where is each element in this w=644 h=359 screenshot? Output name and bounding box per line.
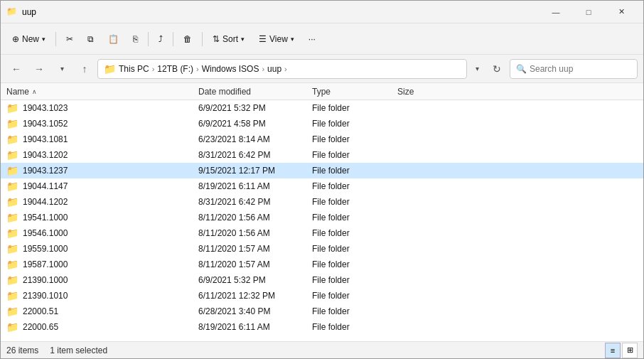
row-name: 📁 19043.1202 [1, 150, 193, 160]
file-list-header: Name ∧ Date modified Type Size [1, 83, 643, 100]
up-button[interactable]: ↑ [75, 59, 95, 79]
row-type: File folder [306, 259, 392, 269]
row-date: 8/11/2020 1:57 AM [193, 244, 306, 254]
row-type: File folder [306, 119, 392, 129]
folder-icon: 📁 [6, 275, 18, 285]
folder-icon: 📁 [6, 119, 18, 129]
more-icon: ··· [308, 34, 316, 44]
row-date: 8/11/2020 1:56 AM [193, 213, 306, 223]
folder-icon: 📁 [6, 166, 18, 176]
maximize-button[interactable]: □ [572, 1, 605, 23]
crumb-isos[interactable]: Windows ISOS [202, 64, 259, 74]
file-list[interactable]: Name ∧ Date modified Type Size 📁 19043.1… [1, 83, 643, 341]
cut-button[interactable]: ✂ [60, 27, 79, 51]
status-bar: 26 items 1 item selected ≡ ⊞ [1, 341, 643, 358]
folder-icon: 📁 [6, 213, 18, 223]
search-input[interactable] [530, 64, 631, 74]
row-type: File folder [306, 166, 392, 176]
crumb-uup[interactable]: uup [267, 64, 281, 74]
table-row[interactable]: 📁 22000.65 8/19/2021 6:11 AM File folder [1, 319, 643, 335]
copy-button[interactable]: ⧉ [82, 27, 100, 51]
title-bar: 📁 uup — □ ✕ [1, 1, 643, 23]
table-row[interactable]: 📁 21390.1010 6/11/2021 12:32 PM File fol… [1, 288, 643, 304]
row-type: File folder [306, 134, 392, 144]
row-type: File folder [306, 150, 392, 160]
forward-button[interactable]: → [29, 59, 49, 79]
crumb-this-pc[interactable]: This PC [119, 64, 149, 74]
view-icon: ☰ [259, 34, 267, 44]
paste-button[interactable]: 📋 [102, 27, 124, 51]
col-header-type[interactable]: Type [306, 87, 392, 97]
address-dropdown-button[interactable]: ▾ [470, 59, 484, 79]
folder-icon: 📁 [6, 150, 18, 160]
row-date: 8/11/2020 1:57 AM [193, 259, 306, 269]
col-header-name[interactable]: Name ∧ [1, 87, 193, 97]
table-row[interactable]: 📁 19043.1081 6/23/2021 8:14 AM File fold… [1, 132, 643, 147]
row-name: 📁 19541.1000 [1, 213, 193, 223]
sep-4: › [284, 65, 287, 73]
table-row[interactable]: 📁 19043.1023 6/9/2021 5:32 PM File folde… [1, 100, 643, 116]
status-right: ≡ ⊞ [605, 343, 638, 358]
table-row[interactable]: 📁 19043.1237 9/15/2021 12:17 PM File fol… [1, 163, 643, 178]
row-type: File folder [306, 291, 392, 301]
row-type: File folder [306, 275, 392, 285]
minimize-button[interactable]: — [540, 1, 572, 23]
back-button[interactable]: ← [6, 59, 26, 79]
delete-icon: 🗑 [183, 34, 192, 44]
new-button[interactable]: ⊕ New ▾ [6, 27, 51, 51]
table-row[interactable]: 📁 19587.1000 8/11/2020 1:57 AM File fold… [1, 257, 643, 272]
row-type: File folder [306, 228, 392, 238]
table-row[interactable]: 📁 19044.1202 8/31/2021 6:42 PM File fold… [1, 194, 643, 210]
sort-icon: ⇅ [213, 34, 220, 44]
sort-chevron: ▾ [241, 36, 245, 43]
details-view-button[interactable]: ≡ [605, 343, 621, 358]
folder-icon: 📁 [6, 181, 18, 191]
refresh-button[interactable]: ↻ [487, 59, 507, 79]
sort-button[interactable]: ⇅ Sort ▾ [207, 27, 250, 51]
selection-status: 1 item selected [50, 345, 107, 355]
col-header-date[interactable]: Date modified [193, 87, 306, 97]
table-row[interactable]: 📁 19559.1000 8/11/2020 1:57 AM File fold… [1, 241, 643, 257]
row-name: 📁 19546.1000 [1, 228, 193, 238]
recent-locations-button[interactable]: ▾ [52, 59, 72, 79]
sep-3: › [262, 65, 264, 73]
new-label: New [22, 34, 39, 44]
table-row[interactable]: 📁 19546.1000 8/11/2020 1:56 AM File fold… [1, 225, 643, 241]
row-date: 6/9/2021 5:32 PM [193, 275, 306, 285]
row-date: 8/11/2020 1:56 AM [193, 228, 306, 238]
table-row[interactable]: 📁 19044.1147 8/19/2021 6:11 AM File fold… [1, 178, 643, 194]
view-button[interactable]: ☰ View ▾ [253, 27, 300, 51]
rename-button[interactable]: ⎘ [127, 27, 144, 51]
tiles-view-button[interactable]: ⊞ [622, 343, 638, 358]
crumb-drive[interactable]: 12TB (F:) [157, 64, 193, 74]
search-icon: 🔍 [516, 64, 527, 74]
search-box[interactable]: 🔍 [510, 59, 638, 79]
row-type: File folder [306, 103, 392, 113]
view-label: View [269, 34, 288, 44]
row-date: 6/23/2021 8:14 AM [193, 134, 306, 144]
table-row[interactable]: 📁 21390.1000 6/9/2021 5:32 PM File folde… [1, 272, 643, 288]
table-row[interactable]: 📁 19541.1000 8/11/2020 1:56 AM File fold… [1, 210, 643, 225]
row-type: File folder [306, 197, 392, 207]
table-row[interactable]: 📁 19043.1202 8/31/2021 6:42 PM File fold… [1, 147, 643, 163]
share-icon: ⤴ [159, 34, 163, 44]
table-row[interactable]: 📁 19043.1052 6/9/2021 4:58 PM File folde… [1, 116, 643, 132]
new-chevron: ▾ [42, 36, 45, 43]
row-type: File folder [306, 244, 392, 254]
table-row[interactable]: 📁 22000.51 6/28/2021 3:40 PM File folder [1, 304, 643, 319]
row-date: 9/15/2021 12:17 PM [193, 166, 306, 176]
row-type: File folder [306, 181, 392, 191]
row-name: 📁 19559.1000 [1, 244, 193, 254]
col-header-size[interactable]: Size [392, 87, 449, 97]
sort-indicator: ∧ [32, 88, 37, 95]
close-button[interactable]: ✕ [605, 1, 638, 23]
row-date: 6/9/2021 4:58 PM [193, 119, 306, 129]
folder-icon: 📁 [6, 259, 18, 269]
more-button[interactable]: ··· [303, 27, 321, 51]
address-path[interactable]: 📁 This PC › 12TB (F:) › Windows ISOS › u… [97, 59, 467, 79]
share-button[interactable]: ⤴ [153, 27, 168, 51]
toolbar-sep-3 [173, 32, 173, 46]
toolbar-sep-1 [55, 32, 56, 46]
window-icon: 📁 [6, 6, 18, 18]
delete-button[interactable]: 🗑 [178, 27, 198, 51]
